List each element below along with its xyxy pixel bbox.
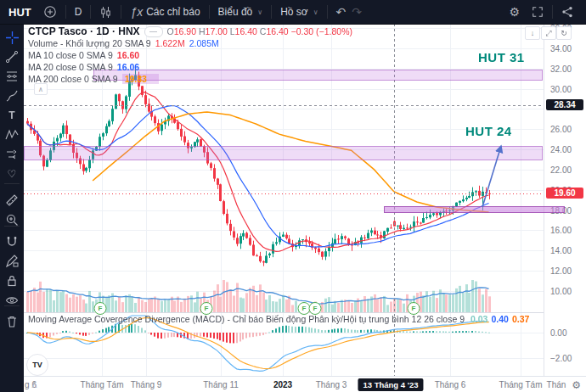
chevron-down-icon: ∨ bbox=[257, 8, 262, 16]
crosshair-price-badge: 28.34 bbox=[546, 99, 583, 110]
macd-indicator-row[interactable]: Moving Average Covergence Divergence (MA… bbox=[28, 314, 532, 324]
macd-values: 0.030.400.37 bbox=[470, 314, 532, 324]
top-toolbar: HUT D ƒx Các chỉ báo Biểu đồ ∨ bbox=[0, 0, 586, 25]
price-tick-label: 30.00 bbox=[550, 85, 572, 94]
timezone-settings-gear-icon[interactable]: ⚙ bbox=[572, 379, 581, 391]
remove-all-tool-button[interactable] bbox=[0, 312, 24, 331]
zoom-in-icon bbox=[5, 213, 19, 227]
text-icon: T bbox=[8, 109, 14, 121]
chart-legend: CTCP Tasco · 1D · HNX — O16.90 H17.00 L1… bbox=[28, 25, 352, 85]
financial-report-flag[interactable]: F bbox=[408, 302, 420, 315]
volume-label: Volume - Khối lượng 20 SMA 9 bbox=[28, 38, 151, 48]
symbol-button[interactable]: HUT bbox=[0, 3, 37, 21]
drawing-pencil-lock-icon bbox=[5, 255, 19, 268]
macd-value: 0.03 bbox=[470, 314, 487, 324]
pane-maximize-button[interactable]: ⤢ bbox=[541, 26, 556, 40]
drawing-pencil-lock-tool-button[interactable] bbox=[0, 252, 24, 271]
time-tick-label: Tháng Tám bbox=[81, 380, 124, 389]
crosshair-tool-button[interactable] bbox=[0, 28, 24, 47]
profile-button[interactable]: Hồ sơ ∨ bbox=[274, 3, 324, 21]
indicators-button[interactable]: ƒx Các chỉ báo bbox=[124, 3, 206, 21]
time-tick-label: 2023 bbox=[273, 380, 292, 389]
pane-collapse-chevron-icon[interactable]: ∧ bbox=[31, 378, 38, 390]
ma-indicator-row[interactable]: MA 10 close 0 SMA 916.60 bbox=[28, 49, 352, 61]
indicators-label: Các chỉ báo bbox=[146, 6, 200, 18]
time-axis[interactable]: ⚙ g 6Tháng TámTháng 9Tháng 112023Tháng 3… bbox=[24, 376, 586, 392]
symbol-legend-row[interactable]: CTCP Tasco · 1D · HNX — O16.90 H17.00 L1… bbox=[28, 25, 352, 37]
ohlc-value: 17.00 bbox=[206, 26, 230, 36]
macd-tick-label: −2.00 bbox=[550, 354, 572, 363]
undo-button[interactable]: ↶ bbox=[330, 3, 352, 21]
fib-retracement-icon bbox=[5, 70, 19, 83]
fullscreen-icon bbox=[532, 6, 544, 18]
price-tick-label: 10.00 bbox=[550, 287, 572, 296]
layout-button[interactable]: Biểu đồ ∨ bbox=[212, 3, 269, 21]
ma-indicator-row[interactable]: MA 20 close 0 SMA 916.06 bbox=[28, 61, 352, 73]
price-zone-text-label[interactable]: HUT 31 bbox=[478, 50, 525, 64]
trend-line-tool-button[interactable] bbox=[0, 48, 24, 66]
ma-label: MA 20 close 0 SMA 9 bbox=[28, 62, 113, 72]
pane-restore-button[interactable]: ↻ bbox=[556, 26, 572, 40]
ma-value: 16.06 bbox=[117, 62, 139, 72]
chart-type-button[interactable] bbox=[93, 3, 118, 21]
change-value: −0.30 (−1.80%) bbox=[291, 26, 352, 36]
price-axis[interactable]: 36.0034.0032.0030.0026.0024.0022.0020.00… bbox=[544, 24, 586, 376]
volume-indicator-row[interactable]: Volume - Khối lượng 20 SMA 9 1.622M 2.08… bbox=[28, 37, 352, 49]
legend-collapse-icon[interactable]: — bbox=[144, 26, 163, 37]
macd-tick-label: 0.00 bbox=[550, 328, 566, 338]
macd-value: 0.40 bbox=[491, 314, 508, 324]
settings-button[interactable]: ⚙ bbox=[503, 3, 526, 21]
financial-report-flag[interactable]: F bbox=[94, 302, 107, 315]
redo-button[interactable]: ↷ bbox=[352, 3, 368, 21]
price-tick-label: 14.00 bbox=[550, 246, 572, 255]
price-tick-label: 16.00 bbox=[550, 226, 572, 235]
ohlc-values: O16.90 H17.00 L16.40 C16.40 −0.30 (−1.80… bbox=[167, 26, 352, 36]
ma-label: MA 10 close 0 SMA 9 bbox=[28, 50, 113, 60]
interval-button[interactable]: D bbox=[69, 3, 88, 21]
fib-retracement-tool-button[interactable] bbox=[0, 67, 24, 86]
ma-value: 19.83 bbox=[122, 74, 159, 84]
candlestick-chart-icon bbox=[99, 6, 112, 19]
last-price-badge: 19.60 bbox=[546, 188, 583, 199]
forecast-icon bbox=[5, 148, 19, 161]
brush-tool-button[interactable] bbox=[0, 87, 24, 105]
ohlc-value: 16.90 bbox=[174, 26, 199, 36]
time-tick-label: Tháng 3 bbox=[316, 380, 347, 389]
xabcd-pattern-icon bbox=[5, 128, 19, 142]
hide-all-drawings-tool-button[interactable] bbox=[0, 291, 24, 310]
lock-all-tool-button[interactable] bbox=[0, 272, 24, 290]
ruler-tool-button[interactable] bbox=[0, 191, 24, 210]
fullscreen-button[interactable] bbox=[526, 3, 549, 21]
emoji-tool-button[interactable]: ♡ bbox=[0, 165, 24, 183]
drawing-toolbar: T♡ bbox=[0, 24, 24, 392]
share-button[interactable] bbox=[555, 3, 579, 21]
forecast-tool-button[interactable] bbox=[0, 145, 24, 164]
price-zone-text-label[interactable]: HUT 24 bbox=[465, 124, 512, 138]
text-tool-button[interactable]: T bbox=[0, 106, 24, 125]
time-tick-label: Thán bbox=[547, 380, 566, 389]
magnet-tool-button[interactable] bbox=[0, 232, 24, 251]
price-tick-label: 22.00 bbox=[550, 165, 572, 175]
ruler-icon bbox=[5, 193, 19, 207]
ma-indicator-row[interactable]: MA 200 close 0 SMA 919.83 bbox=[28, 73, 352, 85]
price-zone-rectangle[interactable] bbox=[24, 146, 543, 160]
profile-label: Hồ sơ bbox=[280, 6, 308, 18]
magnet-icon bbox=[5, 235, 19, 249]
lock-all-icon bbox=[5, 274, 19, 288]
macd-label: Moving Average Covergence Divergence (MA… bbox=[28, 314, 465, 324]
ohlc-letter: O bbox=[167, 26, 174, 36]
time-tick-label: Tháng 9 bbox=[131, 380, 162, 389]
financial-report-flag[interactable]: F bbox=[309, 302, 322, 315]
tradingview-chart-window: 36.0034.0032.0030.0026.0024.0022.0020.00… bbox=[0, 0, 586, 392]
xabcd-pattern-tool-button[interactable] bbox=[0, 126, 24, 144]
financial-report-flag[interactable]: F bbox=[200, 302, 213, 315]
legend-expand-caret[interactable]: ∧ bbox=[34, 83, 48, 95]
ohlc-letter: H bbox=[199, 26, 206, 36]
pane-scroll-down-button[interactable]: ↓ bbox=[525, 26, 540, 40]
price-tick-label: 32.00 bbox=[550, 64, 572, 74]
compare-add-button[interactable] bbox=[37, 3, 63, 21]
ohlc-value: 16.40 bbox=[266, 26, 290, 36]
support-level-rectangle[interactable] bbox=[384, 206, 565, 212]
price-tick-label: 12.00 bbox=[550, 266, 572, 276]
zoom-in-tool-button[interactable] bbox=[0, 210, 24, 229]
